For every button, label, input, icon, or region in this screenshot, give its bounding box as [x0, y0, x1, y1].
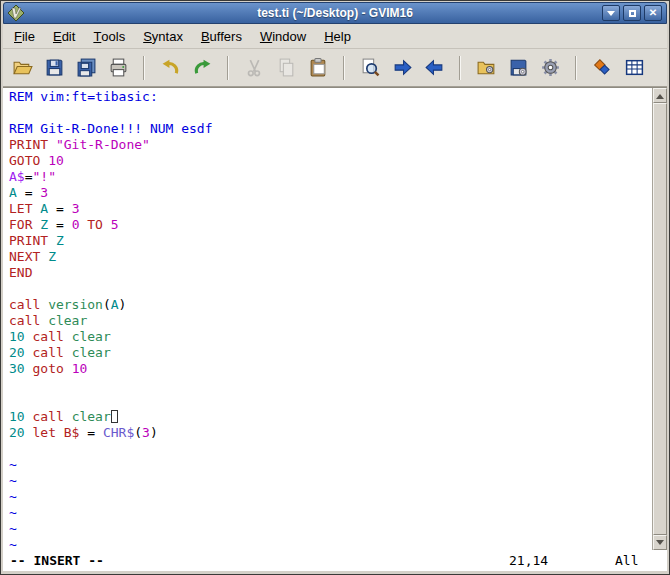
toolbar-separator	[575, 56, 577, 80]
menu-item-tools[interactable]: Tools	[84, 24, 134, 48]
minimize-button[interactable]	[602, 5, 620, 21]
editor-line: LET A = 3	[9, 201, 652, 217]
cut-icon	[244, 57, 265, 78]
editor-line: A$="!"	[9, 169, 652, 185]
save-icon	[44, 57, 65, 78]
empty-buffer-line: ~	[9, 537, 652, 550]
undo-button[interactable]	[155, 53, 185, 83]
save-all-button[interactable]	[71, 53, 101, 83]
menu-bar: FileEditToolsSyntaxBuffersWindowHelp	[3, 24, 667, 49]
empty-buffer-line: ~	[9, 473, 652, 489]
menu-item-syntax[interactable]: Syntax	[134, 24, 192, 48]
close-icon: ✕	[649, 8, 657, 18]
editor-line: A = 3	[9, 185, 652, 201]
menu-item-edit[interactable]: Edit	[44, 24, 84, 48]
load-session-button[interactable]	[471, 53, 501, 83]
toolbar-separator	[343, 56, 345, 80]
find-next-button[interactable]	[387, 53, 417, 83]
editor-line: 20 call clear	[9, 345, 652, 361]
find-prev-icon	[424, 57, 445, 78]
menu-item-help[interactable]: Help	[315, 24, 360, 48]
save-button[interactable]	[39, 53, 69, 83]
save-session-button[interactable]	[503, 53, 533, 83]
editor-line: PRINT Z	[9, 233, 652, 249]
print-icon	[108, 57, 129, 78]
editor-line: GOTO 10	[9, 153, 652, 169]
copy-icon	[276, 57, 297, 78]
maximize-icon	[629, 10, 636, 17]
empty-buffer-line: ~	[9, 489, 652, 505]
editor-line: END	[9, 265, 652, 281]
scrollbar[interactable]	[652, 88, 667, 550]
editor-line: PRINT "Git-R-Done"	[9, 137, 652, 153]
editor-line: call clear	[9, 313, 652, 329]
menu-item-file[interactable]: File	[5, 24, 44, 48]
empty-buffer-line: ~	[9, 521, 652, 537]
empty-buffer-line: ~	[9, 505, 652, 521]
minimize-icon	[607, 11, 615, 20]
cut-button[interactable]	[239, 53, 269, 83]
open-file-button[interactable]	[7, 53, 37, 83]
editor-line: REM vim:ft=tibasic:	[9, 89, 652, 105]
editor-line	[9, 441, 652, 457]
open-file-icon	[12, 57, 33, 78]
table-icon	[624, 57, 645, 78]
find-next-icon	[392, 57, 413, 78]
copy-button[interactable]	[271, 53, 301, 83]
toolbar-separator	[459, 56, 461, 80]
make-button[interactable]	[587, 53, 617, 83]
editor-line: 30 goto 10	[9, 361, 652, 377]
print-button[interactable]	[103, 53, 133, 83]
status-line: -- INSERT -- 21,14 All	[3, 550, 667, 571]
editor-line: call version(A)	[9, 297, 652, 313]
paste-icon	[308, 57, 329, 78]
maximize-button[interactable]	[623, 5, 641, 21]
text-cursor	[111, 410, 118, 423]
mode-indicator: -- INSERT --	[10, 550, 104, 571]
redo-icon	[192, 57, 213, 78]
cursor-position: 21,14	[509, 550, 548, 571]
scroll-up-arrow[interactable]	[653, 88, 667, 103]
find-prev-button[interactable]	[419, 53, 449, 83]
paste-button[interactable]	[303, 53, 333, 83]
scroll-down-arrow[interactable]	[653, 535, 667, 550]
empty-buffer-line: ~	[9, 457, 652, 473]
run-script-icon	[540, 57, 561, 78]
editor-line: FOR Z = 0 TO 5	[9, 217, 652, 233]
editor-line	[9, 393, 652, 409]
editor-line: REM Git-R-Done!!! NUM esdf	[9, 121, 652, 137]
run-script-button[interactable]	[535, 53, 565, 83]
save-all-icon	[76, 57, 97, 78]
window-title: test.ti (~/Desktop) - GVIM16	[4, 6, 666, 20]
title-bar[interactable]: test.ti (~/Desktop) - GVIM16 ✕	[3, 2, 667, 24]
scroll-position: All	[615, 550, 638, 571]
toolbar	[3, 49, 667, 87]
undo-icon	[160, 57, 181, 78]
table-button[interactable]	[619, 53, 649, 83]
editor-line: 10 call clear	[9, 409, 652, 425]
load-session-icon	[476, 57, 497, 78]
editor-line: NEXT Z	[9, 249, 652, 265]
editor-line	[9, 377, 652, 393]
toolbar-separator	[227, 56, 229, 80]
vim-logo-icon	[8, 5, 24, 21]
menu-item-window[interactable]: Window	[251, 24, 315, 48]
toolbar-separator	[143, 56, 145, 80]
editor[interactable]: REM vim:ft=tibasic:REM Git-R-Done!!! NUM…	[3, 87, 667, 550]
scrollbar-thumb[interactable]	[653, 103, 667, 535]
editor-text[interactable]: REM vim:ft=tibasic:REM Git-R-Done!!! NUM…	[3, 88, 652, 550]
find-replace-icon	[360, 57, 381, 78]
window-controls: ✕	[599, 5, 662, 21]
gvim-window: test.ti (~/Desktop) - GVIM16 ✕ FileEditT…	[0, 0, 670, 575]
close-button[interactable]: ✕	[644, 5, 662, 21]
save-session-icon	[508, 57, 529, 78]
editor-line: 10 call clear	[9, 329, 652, 345]
redo-button[interactable]	[187, 53, 217, 83]
make-icon	[592, 57, 613, 78]
editor-line	[9, 281, 652, 297]
find-replace-button[interactable]	[355, 53, 385, 83]
menu-item-buffers[interactable]: Buffers	[192, 24, 251, 48]
editor-line: 20 let B$ = CHR$(3)	[9, 425, 652, 441]
editor-line	[9, 105, 652, 121]
